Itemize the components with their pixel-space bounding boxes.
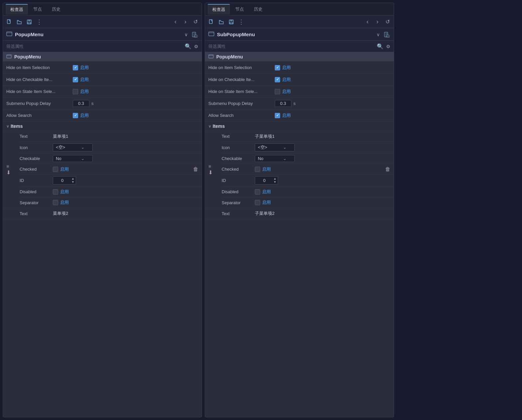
right-item1-checked-checkbox[interactable] [255,167,260,172]
right-label-hide-state: Hide on State Item Sele... [208,89,275,94]
right-node-row: SubPopupMenu ∨ DOC [205,28,394,41]
left-prop-delay: Submenu Popup Delay s [3,98,202,110]
right-label-allow-search: Allow Search [208,113,275,118]
right-item1-checkable-dropdown[interactable]: No ⌄ [255,155,295,162]
right-item1-id-up[interactable]: ▲ [273,177,276,180]
right-input-delay[interactable] [275,100,291,107]
left-checkbox-hide-checkable[interactable] [73,77,78,82]
svg-rect-0 [7,20,10,24]
right-item1-id-value: 0 ▲ ▼ [255,176,390,185]
right-tab-inspector[interactable]: 检查器 [208,4,230,15]
right-tab-node[interactable]: 节点 [231,4,249,14]
left-item1-text-label: Text [20,134,53,139]
left-item1-checkable-dropdown[interactable]: No ⌄ [53,155,93,162]
left-section-icon [6,54,12,59]
right-items-title: Items [213,124,225,129]
right-move-down-icon[interactable]: ⬇ [208,170,213,175]
right-item1-checked-enabled: 启用 [262,166,271,172]
left-item1-checkable-row: Checkable No ⌄ [20,153,202,164]
left-item1-id-up[interactable]: ▲ [71,177,74,180]
right-checkbox-hide-state[interactable] [275,89,280,94]
left-enabled-hide-item: 启用 [80,65,89,71]
right-checkbox-allow-search[interactable] [275,113,280,118]
right-drag-icon[interactable]: ≡ [208,164,213,169]
left-checkbox-hide-state[interactable] [73,89,78,94]
right-search-icon[interactable]: 🔍 [377,43,383,49]
right-item1-icon-dropdown[interactable]: <空> ⌄ [255,143,295,151]
left-doc-icon[interactable]: DOC [190,31,198,39]
right-value-hide-item: 启用 [275,65,390,71]
right-item1-delete-icon[interactable]: 🗑 [385,166,390,172]
left-toolbar: ⋮ ‹ › ↺ [3,16,202,28]
left-tab-node[interactable]: 节点 [29,4,47,14]
right-properties: PopupMenu Hide on Item Selection 启用 Hide… [205,52,394,417]
right-item1-id-row: ID 0 ▲ ▼ [222,175,394,187]
new-file-icon[interactable] [6,18,13,26]
right-section-header: PopupMenu [205,52,394,62]
left-checkbox-allow-search[interactable] [73,113,78,118]
right-items-chevron[interactable]: ∨ [208,124,211,128]
right-label-hide-checkable: Hide on Checkable Ite... [208,77,275,82]
left-item1-disabled-checkbox[interactable] [53,189,58,195]
left-label-delay: Submenu Popup Delay [6,101,73,106]
right-checkbox-hide-checkable[interactable] [275,77,280,82]
left-item1-separator-checkbox[interactable] [53,200,58,205]
left-node-expand[interactable]: ∨ [184,32,188,37]
left-checkbox-hide-item[interactable] [73,65,78,70]
left-item1-icon-row: Icon <空> ⌄ [20,142,202,153]
svg-rect-2 [28,20,30,21]
right-back-icon[interactable]: ‹ [364,18,371,26]
refresh-icon[interactable]: ↺ [192,18,199,26]
forward-icon[interactable]: › [182,18,189,26]
right-tab-history[interactable]: 历史 [249,4,267,14]
right-more-icon[interactable]: ⋮ [238,18,245,26]
left-item-1-controls: ≡ ⬇ [6,164,11,175]
save-icon[interactable] [26,18,33,26]
right-new-file-icon[interactable] [208,18,215,26]
right-item1-id-down[interactable]: ▼ [273,181,276,184]
left-input-delay[interactable] [73,100,89,107]
left-item1-checked-checkbox[interactable] [53,167,58,172]
right-checkbox-hide-item[interactable] [275,65,280,70]
left-enabled-hide-checkable: 启用 [80,77,89,83]
right-item1-id-number: 0 [257,178,272,183]
left-filter-icon[interactable]: ⚙ [194,44,198,49]
right-refresh-icon[interactable]: ↺ [384,18,391,26]
left-item1-disabled-label: Disabled [20,189,53,194]
left-move-down-icon[interactable]: ⬇ [6,170,11,175]
left-item1-disabled-enabled: 启用 [60,189,69,195]
left-item1-icon-dropdown[interactable]: <空> ⌄ [53,143,93,151]
left-panel: 检查器 节点 历史 ⋮ ‹ › ↺ PopupMenu ∨ DOC 筛选属性 🔍 [3,3,202,417]
left-item1-checkable-arrow: ⌄ [81,156,84,161]
left-drag-icon[interactable]: ≡ [6,164,11,169]
right-item1-checkable-text: No [258,156,263,161]
left-item1-disabled-value: 启用 [53,189,198,195]
right-node-expand[interactable]: ∨ [376,32,380,37]
left-tab-history[interactable]: 历史 [47,4,65,14]
right-item1-checkable-row: Checkable No ⌄ [222,153,394,164]
left-items-chevron[interactable]: ∨ [6,124,9,128]
right-filter-icon[interactable]: ⚙ [386,44,390,49]
left-tab-bar: 检查器 节点 历史 [3,3,202,16]
open-icon[interactable] [16,18,23,26]
back-icon[interactable]: ‹ [172,18,179,26]
left-search-icon[interactable]: 🔍 [185,43,191,49]
right-save-icon[interactable] [228,18,235,26]
svg-rect-17 [209,55,213,58]
left-item1-separator-value: 启用 [53,200,198,206]
left-tab-inspector[interactable]: 检查器 [6,4,28,15]
right-item1-separator-checkbox[interactable] [255,200,260,205]
left-item1-id-label: ID [20,178,53,183]
right-enabled-hide-item: 启用 [282,65,291,71]
right-doc-icon[interactable]: DOC [382,31,390,39]
left-item1-delete-icon[interactable]: 🗑 [193,166,198,172]
right-open-icon[interactable] [218,18,225,26]
more-icon[interactable]: ⋮ [36,18,43,26]
left-section-header: PopupMenu [3,52,202,62]
left-item1-id-down[interactable]: ▼ [71,181,74,184]
left-item1-text-row: Text 菜单项1 [20,131,202,142]
right-forward-icon[interactable]: › [374,18,381,26]
right-item1-id-spinbox: 0 ▲ ▼ [255,176,278,185]
right-enabled-hide-checkable: 启用 [282,77,291,83]
right-item1-disabled-checkbox[interactable] [255,189,260,195]
